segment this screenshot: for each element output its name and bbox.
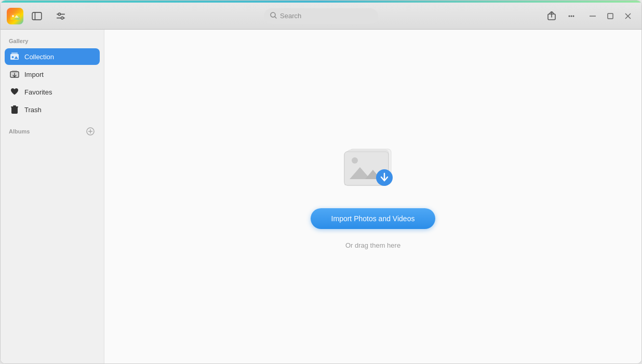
svg-rect-16 xyxy=(608,14,613,19)
titlebar-right xyxy=(544,8,635,24)
svg-rect-27 xyxy=(13,105,16,106)
svg-line-10 xyxy=(275,17,276,18)
svg-point-21 xyxy=(12,56,14,58)
titlebar-left xyxy=(7,8,69,24)
sidebar-item-import[interactable]: Import xyxy=(5,66,100,83)
search-icon xyxy=(270,12,277,20)
search-center: Search xyxy=(264,8,378,24)
collection-icon xyxy=(10,52,19,61)
close-button[interactable] xyxy=(621,9,635,23)
empty-state-illustration xyxy=(342,144,404,196)
svg-point-2 xyxy=(12,15,14,17)
sidebar-item-collection-label: Collection xyxy=(24,53,54,61)
albums-section-header: Albums xyxy=(5,123,100,139)
trash-icon xyxy=(10,105,19,114)
app-icon xyxy=(7,8,23,24)
share-button[interactable] xyxy=(544,8,559,24)
more-options-button[interactable] xyxy=(564,8,579,24)
svg-rect-20 xyxy=(11,52,18,54)
favorites-icon xyxy=(10,87,19,97)
gallery-section-label: Gallery xyxy=(5,36,100,47)
svg-point-39 xyxy=(352,157,358,164)
svg-rect-1 xyxy=(10,14,20,20)
empty-state: Import Photos and Videos Or drag them he… xyxy=(311,144,436,249)
sidebar-item-favorites[interactable]: Favorites xyxy=(5,84,100,100)
svg-point-8 xyxy=(61,17,63,19)
sidebar-item-collection[interactable]: Collection xyxy=(5,48,100,65)
search-placeholder-text: Search xyxy=(280,12,301,20)
svg-rect-26 xyxy=(11,106,18,107)
main-area: Gallery Collection xyxy=(1,30,641,363)
svg-rect-3 xyxy=(32,12,42,19)
sidebar-toggle-button[interactable] xyxy=(29,8,45,24)
sidebar-item-favorites-label: Favorites xyxy=(24,88,52,96)
adjust-button[interactable] xyxy=(52,8,69,24)
drag-hint-text: Or drag them here xyxy=(345,241,400,249)
maximize-button[interactable] xyxy=(603,9,618,23)
sidebar-item-trash[interactable]: Trash xyxy=(5,101,100,118)
svg-point-7 xyxy=(58,13,61,16)
minimize-button[interactable] xyxy=(585,9,600,23)
svg-point-12 xyxy=(569,15,570,17)
svg-point-13 xyxy=(571,15,572,17)
titlebar: Search xyxy=(1,3,641,30)
sidebar-item-import-label: Import xyxy=(24,71,44,78)
import-icon xyxy=(10,70,19,79)
svg-point-14 xyxy=(573,15,574,17)
search-bar[interactable]: Search xyxy=(264,8,378,24)
albums-label: Albums xyxy=(9,128,30,134)
main-content: Import Photos and Videos Or drag them he… xyxy=(104,30,641,363)
window-controls xyxy=(585,9,635,23)
svg-rect-25 xyxy=(12,71,17,72)
add-album-button[interactable] xyxy=(85,126,96,137)
import-button-label: Import Photos and Videos xyxy=(331,214,415,223)
sidebar-item-trash-label: Trash xyxy=(24,106,42,114)
app-window: Search xyxy=(0,0,642,364)
sidebar: Gallery Collection xyxy=(1,30,104,363)
import-photos-button[interactable]: Import Photos and Videos xyxy=(311,208,436,229)
